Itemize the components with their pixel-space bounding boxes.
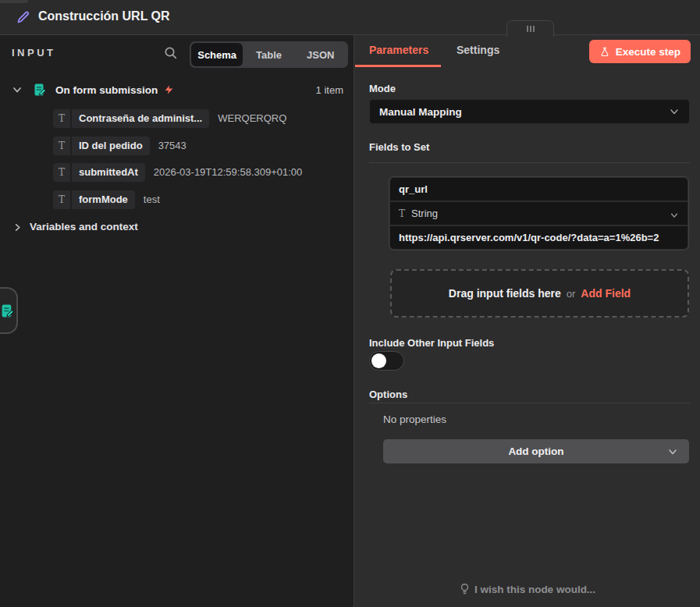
string-type-icon[interactable]: T [53,190,70,209]
schema-field-row: T ID del pedido 37543 [53,136,187,155]
drag-fields-drop-zone: Drag input fields here or Add Field [390,269,689,318]
mode-selected-value: Manual Mapping [379,106,462,118]
schema-field-row: T formMode test [53,190,160,209]
schema-field-row: T Contraseña de administ... WERQERQRQ [53,108,286,128]
field-name-value: qr_url [399,183,428,195]
include-other-fields-toggle[interactable] [369,351,404,371]
input-panel-label: INPUT [12,47,56,59]
string-type-icon[interactable]: T [53,163,70,182]
field-name-pill[interactable]: submittedAt [72,163,145,182]
execute-step-button[interactable]: Execute step [589,40,691,63]
string-type-icon[interactable]: T [53,109,70,128]
chevron-down-icon [669,106,680,117]
input-panel: INPUT Schema Table JSON On form submissi… [0,35,354,607]
add-option-label: Add option [508,445,563,457]
search-icon[interactable] [162,44,179,62]
input-node-name: On form submission [55,84,158,96]
field-value: 2026-03-19T12:59:58.309+01:00 [154,166,302,178]
variables-and-context-label: Variables and context [30,221,138,233]
chevron-right-icon[interactable] [12,222,23,232]
section-divider [369,403,690,403]
field-type-select[interactable]: T String [390,202,688,225]
parameters-panel: Parameters Settings Execute step Mode Ma… [355,35,700,607]
rename-pencil-icon[interactable] [16,9,31,25]
no-properties-text: No properties [383,414,446,425]
toggle-knob [371,353,386,368]
tab-schema[interactable]: Schema [191,43,243,66]
schema-field-row: T submittedAt 2026-03-19T12:59:58.309+01… [53,162,302,182]
drop-zone-text: Drag input fields here [449,287,561,300]
variables-and-context-row[interactable]: Variables and context [0,217,354,236]
add-option-button[interactable]: Add option [383,439,689,463]
field-name-pill[interactable]: ID del pedido [72,137,150,155]
mode-label: Mode [369,83,396,94]
chevron-down-icon[interactable] [12,84,23,95]
field-type-value: String [411,208,438,219]
field-value-text: https://api.qrserver.com/v1/qr-code/?dat… [399,232,659,243]
chevron-down-icon [667,446,678,457]
field-name-pill[interactable]: formMode [72,190,135,209]
string-type-icon: T [399,208,405,219]
lightbulb-icon [460,583,470,595]
item-count: 1 item [316,84,343,96]
background-window-edge [0,0,28,3]
node-feedback-link[interactable]: I wish this node would... [355,583,700,595]
add-field-link[interactable]: Add Field [581,287,631,300]
trigger-bolt-icon [164,84,174,95]
field-name-pill[interactable]: Contraseña de administ... [72,109,209,128]
tab-parameters[interactable]: Parameters [369,44,428,56]
mode-select[interactable]: Manual Mapping [369,99,690,124]
tab-json[interactable]: JSON [295,43,346,66]
view-mode-switcher: Schema Table JSON [190,41,348,68]
field-value: test [144,193,160,205]
tab-settings[interactable]: Settings [457,44,499,56]
tab-table[interactable]: Table [243,43,294,66]
input-node-header[interactable]: On form submission 1 item [0,79,354,101]
panel-resize-handle[interactable] [506,20,554,37]
flask-icon [599,46,610,58]
drop-zone-or: or [567,288,576,300]
input-node-stub[interactable] [0,287,18,334]
section-divider [369,162,690,163]
field-value: 37543 [158,140,187,151]
node-title-bar: Construcción URL QR [0,0,700,35]
execute-step-label: Execute step [616,46,680,58]
string-type-icon[interactable]: T [53,137,70,155]
field-name-input[interactable]: qr_url [390,178,688,201]
set-field-card: qr_url T String https://api.qrserver.com… [389,176,689,250]
chevron-down-icon [670,209,679,218]
active-tab-underline [355,65,441,67]
fields-to-set-label: Fields to Set [369,141,429,153]
field-value: WERQERQRQ [218,112,286,124]
node-title: Construcción URL QR [38,9,170,23]
options-label: Options [369,389,407,400]
form-trigger-node-icon [0,304,15,318]
field-value-input[interactable]: https://api.qrserver.com/v1/qr-code/?dat… [390,226,688,249]
include-other-fields-label: Include Other Input Fields [369,337,494,349]
form-trigger-node-icon [33,83,47,97]
node-feedback-text: I wish this node would... [474,584,595,595]
